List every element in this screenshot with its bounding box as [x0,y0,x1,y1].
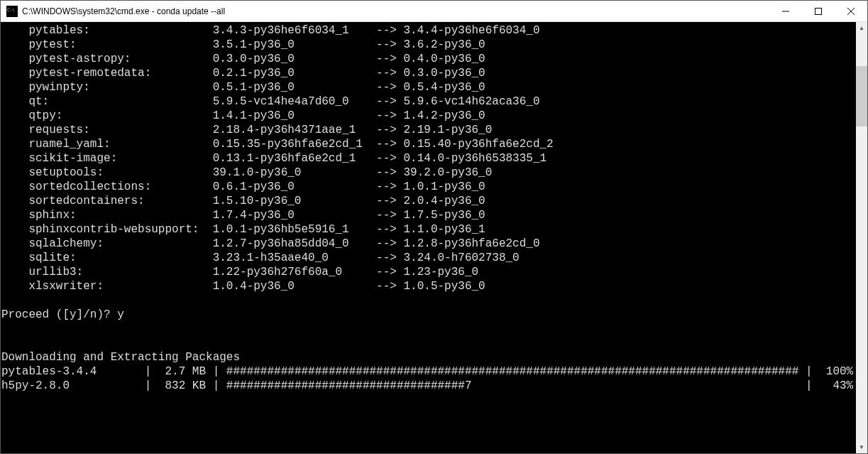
package-update-line: sortedcollections:0.6.1-py36_0--> 1.0.1-… [1,180,856,194]
package-update-line: requests:2.18.4-py36h4371aae_1--> 2.19.1… [1,123,856,137]
window-controls [769,1,867,21]
package-old-version: 3.5.1-py36_0 [213,38,376,52]
download-package-name: h5py-2.8.0 [1,379,145,393]
minimize-button[interactable] [769,1,802,22]
package-update-line: qtpy:1.4.1-py36_0--> 1.4.2-py36_0 [1,109,856,123]
maximize-button[interactable] [802,1,835,22]
package-name: urllib3: [28,265,212,279]
package-update-line: sqlalchemy:1.2.7-py36ha85dd04_0--> 1.2.8… [1,237,856,251]
package-update-line: pywinpty:0.5.1-py36_0--> 0.5.4-py36_0 [1,80,856,94]
package-update-line: xlsxwriter:1.0.4-py36_0--> 1.0.5-py36_0 [1,279,856,293]
separator: | [145,364,152,379]
package-old-version: 1.2.7-py36ha85dd04_0 [213,237,376,251]
window-title: C:\WINDOWS\system32\cmd.exe - conda upda… [22,6,769,16]
package-update-line: ruamel_yaml:0.15.35-py36hfa6e2cd_1--> 0.… [1,137,856,151]
proceed-prompt: Proceed ([y]/n)? [1,308,117,321]
download-package-name: pytables-3.4.4 [1,364,145,379]
package-new-version: 2.19.1-py36_0 [403,123,492,137]
package-new-version: 1.0.5-py36_0 [403,279,485,293]
package-update-line: pytest-remotedata:0.2.1-py36_0--> 0.3.0-… [1,66,856,80]
scrollbar[interactable]: ▲ ▼ [856,22,867,453]
package-new-version: 0.3.0-py36_0 [403,66,485,80]
download-size: 2.7 MB [151,364,206,379]
package-update-line: pytest-astropy:0.3.0-py36_0--> 0.4.0-py3… [1,52,856,66]
package-new-version: 2.0.4-py36_0 [403,194,485,208]
package-name: ruamel_yaml: [28,137,212,151]
scroll-track[interactable] [856,34,867,441]
package-name: pywinpty: [28,80,212,94]
package-update-line: scikit-image:0.13.1-py36hfa6e2cd_1--> 0.… [1,151,856,166]
package-name: sortedcollections: [28,180,212,194]
package-new-version: 1.23-py36_0 [403,265,478,279]
arrow-icon: --> [376,237,403,251]
package-name: sphinx: [28,208,212,222]
package-old-version: 2.18.4-py36h4371aae_1 [213,123,376,137]
package-name: qtpy: [28,109,212,123]
package-old-version: 0.13.1-py36hfa6e2cd_1 [213,151,376,166]
download-progress-line: h5py-2.8.0|832 KB | ####################… [1,379,856,393]
arrow-icon: --> [376,52,403,66]
arrow-icon: --> [376,94,403,109]
package-new-version: 3.4.4-py36he6f6034_0 [403,23,539,38]
minimize-icon [782,8,789,15]
scroll-thumb[interactable] [856,66,867,126]
package-old-version: 0.6.1-py36_0 [213,180,376,194]
scroll-up-arrow-icon[interactable]: ▲ [856,22,867,34]
package-name: sphinxcontrib-websupport: [28,222,212,237]
package-new-version: 3.24.0-h7602738_0 [403,251,519,265]
package-old-version: 0.2.1-py36_0 [213,66,376,80]
package-update-line: pytables:3.4.3-py36he6f6034_1--> 3.4.4-p… [1,23,856,38]
package-name: requests: [28,123,212,137]
arrow-icon: --> [376,123,403,137]
package-old-version: 0.15.35-py36hfa6e2cd_1 [213,137,376,151]
download-size: 832 KB [151,379,206,393]
separator: | [145,379,152,393]
package-new-version: 1.1.0-py36_1 [403,222,485,237]
package-name: pytest-astropy: [28,52,212,66]
arrow-icon: --> [376,38,403,52]
arrow-icon: --> [376,80,403,94]
separator: | [798,379,819,393]
package-name: xlsxwriter: [28,279,212,293]
cmd-icon [6,6,18,17]
package-new-version: 0.15.40-py36hfa6e2cd_2 [403,137,553,151]
package-new-version: 0.5.4-py36_0 [403,80,485,94]
progress-bar: ########################################… [226,364,799,379]
separator: | [206,379,226,393]
scroll-down-arrow-icon[interactable]: ▼ [856,441,867,453]
package-name: qt: [28,94,212,109]
close-button[interactable] [835,1,867,22]
package-old-version: 1.7.4-py36_0 [213,208,376,222]
package-new-version: 0.14.0-py36h6538335_1 [403,151,546,166]
close-icon [847,8,855,15]
progress-percent: 43% [819,379,853,393]
package-old-version: 1.4.1-py36_0 [213,109,376,123]
package-name: sqlite: [28,251,212,265]
package-new-version: 3.6.2-py36_0 [403,38,485,52]
package-new-version: 39.2.0-py36_0 [403,166,492,180]
terminal-output[interactable]: pytables:3.4.3-py36he6f6034_1--> 3.4.4-p… [1,22,856,453]
progress-percent: 100% [819,364,853,379]
package-name: sortedcontainers: [28,194,212,208]
package-old-version: 1.0.4-py36_0 [213,279,376,293]
svg-rect-0 [815,9,822,15]
package-new-version: 1.7.5-py36_0 [403,208,485,222]
package-update-line: sphinx:1.7.4-py36_0--> 1.7.5-py36_0 [1,208,856,222]
package-new-version: 1.0.1-py36_0 [403,180,485,194]
arrow-icon: --> [376,109,403,123]
package-old-version: 3.23.1-h35aae40_0 [213,251,376,265]
package-name: scikit-image: [28,151,212,166]
terminal-container: pytables:3.4.3-py36he6f6034_1--> 3.4.4-p… [1,22,867,453]
maximize-icon [815,8,822,15]
proceed-answer: y [117,308,124,321]
package-old-version: 0.3.0-py36_0 [213,52,376,66]
package-old-version: 0.5.1-py36_0 [213,80,376,94]
package-old-version: 1.22-py36h276f60a_0 [213,265,376,279]
proceed-prompt-line: Proceed ([y]/n)? y [1,308,856,322]
package-name: setuptools: [28,166,212,180]
arrow-icon: --> [376,151,403,166]
arrow-icon: --> [376,23,403,38]
arrow-icon: --> [376,208,403,222]
package-old-version: 5.9.5-vc14he4a7d60_0 [213,94,376,109]
downloading-header: Downloading and Extracting Packages [1,350,856,364]
